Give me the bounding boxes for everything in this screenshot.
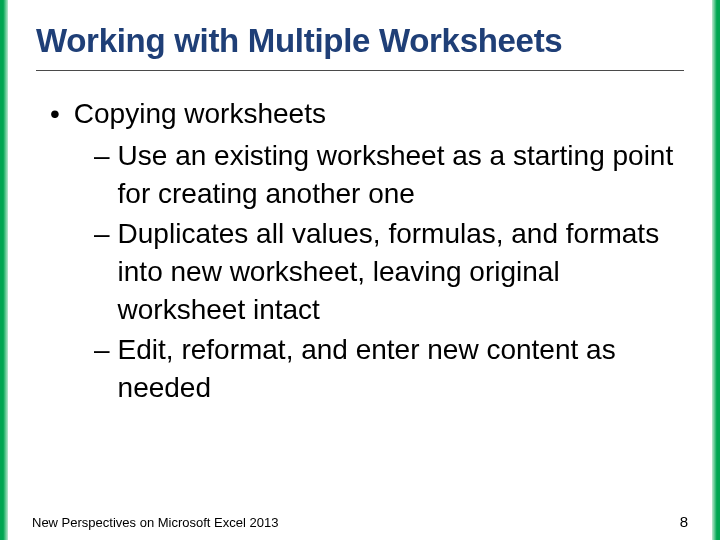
right-accent-bar <box>712 0 720 540</box>
footer-book-title: New Perspectives on Microsoft Excel 2013 <box>32 515 278 530</box>
slide-title: Working with Multiple Worksheets <box>36 22 684 60</box>
title-divider <box>36 70 684 71</box>
bullet-text: Duplicates all values, formulas, and for… <box>118 215 684 329</box>
bullet-heading: Copying worksheets <box>74 95 326 133</box>
bullet-level2-item: – Use an existing worksheet as a startin… <box>36 137 684 213</box>
slide-content: Working with Multiple Worksheets • Copyi… <box>8 0 712 540</box>
bullet-text: Use an existing worksheet as a starting … <box>118 137 684 213</box>
bullet-level2-item: – Duplicates all values, formulas, and f… <box>36 215 684 329</box>
dash-icon: – <box>94 331 110 407</box>
bullet-level2-item: – Edit, reformat, and enter new content … <box>36 331 684 407</box>
bullet-text: Edit, reformat, and enter new content as… <box>118 331 684 407</box>
slide-footer: New Perspectives on Microsoft Excel 2013… <box>32 513 688 530</box>
footer-page-number: 8 <box>680 513 688 530</box>
left-accent-bar <box>0 0 8 540</box>
bullet-level1: • Copying worksheets <box>36 95 684 133</box>
bullet-dot-icon: • <box>50 95 60 133</box>
dash-icon: – <box>94 137 110 213</box>
dash-icon: – <box>94 215 110 329</box>
